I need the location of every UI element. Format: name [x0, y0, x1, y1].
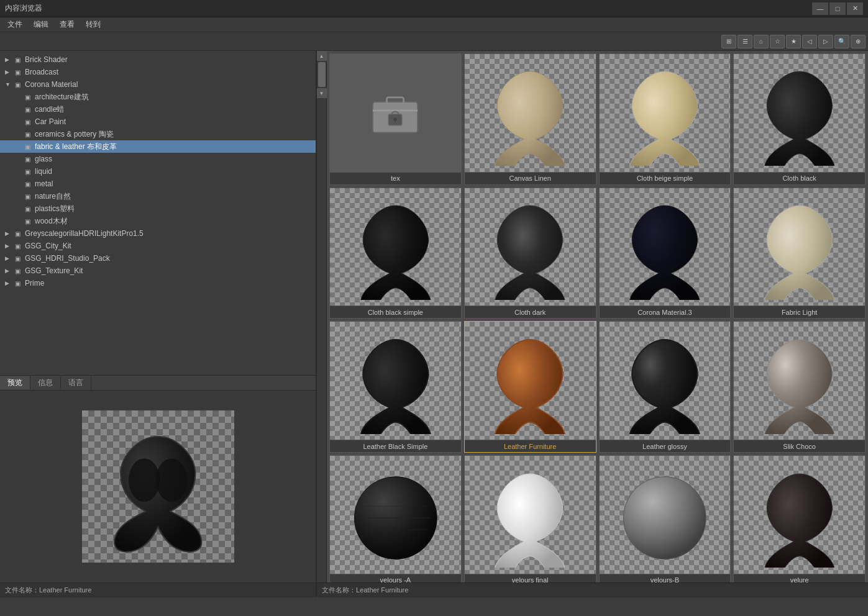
- grid-cell-velours-a[interactable]: velours -A: [329, 455, 462, 582]
- scroll-thumb[interactable]: [318, 62, 326, 87]
- tree-label-plastics: plastics塑料: [35, 204, 316, 214]
- label-velours-a: velours -A: [330, 574, 461, 582]
- scroll-up-btn[interactable]: ▲: [317, 51, 327, 61]
- tree-item-wood[interactable]: ▣ wood木材: [0, 215, 316, 227]
- mat-icon-gsg-hdri: ▣: [12, 229, 22, 238]
- tree-item-corona[interactable]: ▼ ▣ Corona Material: [0, 78, 316, 91]
- menu-file[interactable]: 文件: [2, 18, 27, 31]
- label-velure: velure: [734, 574, 865, 582]
- close-button[interactable]: ✕: [847, 2, 863, 15]
- grid-cell-leather-furn[interactable]: Leather Furniture: [464, 321, 596, 453]
- thumb-velure: [734, 456, 865, 574]
- grid-cell-corona-mat3[interactable]: Corona Material.3: [599, 188, 731, 319]
- tree-item-gsg-studio[interactable]: ▶ ▣ GSG_HDRI_Studio_Pack: [0, 252, 316, 265]
- tree-label-ceramics: ceramics & pottery 陶瓷: [35, 129, 316, 140]
- tree-item-plastics[interactable]: ▣ plastics塑料: [0, 202, 316, 215]
- tree-item-glass[interactable]: ▣ glass: [0, 153, 316, 165]
- grid-cell-cloth-dark[interactable]: Cloth dark: [464, 188, 596, 319]
- tree-item-arch[interactable]: ▣ architecture建筑: [0, 91, 316, 103]
- tree-label-brick: Brick Shader: [25, 55, 316, 64]
- tab-language[interactable]: 语言: [61, 376, 91, 389]
- checker-slik-choco: [734, 322, 865, 440]
- tree-item-prime[interactable]: ▶ ▣ Prime: [0, 277, 316, 289]
- grid-cell-leather-glossy[interactable]: Leather glossy: [599, 321, 731, 453]
- grid-cell-leather-black[interactable]: Leather Black Simple: [329, 321, 462, 453]
- tree-item-metal[interactable]: ▣ metal: [0, 178, 316, 190]
- checker-leather-black: [330, 322, 461, 440]
- menu-edit[interactable]: 编辑: [29, 18, 53, 31]
- tree-label-carpaint: Car Paint: [35, 117, 316, 126]
- grid-cell-tex[interactable]: tex: [329, 53, 462, 185]
- thumb-slik-choco: [734, 322, 865, 440]
- toolbar-star-btn[interactable]: ☆: [770, 35, 785, 48]
- toolbar-list-btn[interactable]: ☰: [738, 35, 752, 48]
- thumb-cloth-black-simple: [330, 188, 461, 306]
- toolbar-grid-btn[interactable]: ⊞: [721, 35, 736, 48]
- menu-goto[interactable]: 转到: [81, 18, 106, 31]
- label-leather-glossy: Leather glossy: [600, 440, 731, 452]
- toolbar-back-btn[interactable]: ◁: [802, 35, 817, 48]
- tree-item-liquid[interactable]: ▣ liquid: [0, 165, 316, 178]
- mat-icon-ceramics: ▣: [22, 129, 32, 139]
- label-leather-furn: Leather Furniture: [465, 440, 596, 452]
- thumb-cloth-dark: [465, 188, 596, 306]
- toolbar-fwd-btn[interactable]: ▷: [818, 35, 833, 48]
- thumb-fabric-light: [734, 188, 865, 306]
- right-status-bar: 文件名称：Leather Furniture: [317, 582, 868, 597]
- briefcase-svg: [367, 85, 423, 141]
- mat-icon-broadcast: ▣: [12, 67, 22, 77]
- bottom-tabs: 预览 信息 语言: [0, 375, 316, 390]
- grid-cell-velure[interactable]: velure: [733, 455, 866, 582]
- tree-item-gsg-city[interactable]: ▶ ▣ GSG_City_Kit: [0, 240, 316, 252]
- tree-item-broadcast[interactable]: ▶ ▣ Broadcast: [0, 66, 316, 78]
- grid-cell-cloth-black[interactable]: Cloth black: [733, 53, 866, 185]
- label-velours-final: velours final: [465, 574, 596, 582]
- thumb-velours-a: [330, 456, 461, 574]
- checker-velours-a: [330, 456, 461, 574]
- mat-icon-nature: ▣: [22, 191, 32, 201]
- grid-cell-cloth-beige[interactable]: Cloth beige simple: [599, 53, 731, 185]
- grid-area: tex: [327, 51, 868, 582]
- grid-row-2: Cloth black simple: [329, 188, 866, 319]
- right-scroll-container: ▲ ▼: [317, 51, 868, 582]
- knot-velure-svg: [741, 462, 859, 568]
- scroll-down-btn[interactable]: ▼: [317, 88, 327, 98]
- checker-velours-b: [600, 456, 731, 574]
- tree-item-ceramics[interactable]: ▣ ceramics & pottery 陶瓷: [0, 128, 316, 140]
- right-status-label: 文件名称：Leather Furniture: [322, 586, 408, 595]
- menu-view[interactable]: 查看: [55, 18, 80, 31]
- grid-cell-slik-choco[interactable]: Slik Choco: [733, 321, 866, 453]
- grid-cell-velours-final[interactable]: velours final: [464, 455, 596, 582]
- grid-cell-canvas[interactable]: Canvas Linen: [464, 53, 596, 185]
- toolbar-search-btn[interactable]: 🔍: [834, 35, 849, 48]
- tree-arrow-gsg-studio: ▶: [5, 255, 12, 261]
- tree-item-candle[interactable]: ▣ candle蜡: [0, 103, 316, 116]
- toolbar-plus-btn[interactable]: ⊕: [851, 35, 866, 48]
- toolbar-star2-btn[interactable]: ★: [786, 35, 801, 48]
- left-panel: ▶ ▣ Brick Shader ▶ ▣ Broadcast ▼ ▣ Coron…: [0, 51, 317, 597]
- knot-slik-choco-svg: [741, 328, 859, 434]
- grid-cell-cloth-black-simple[interactable]: Cloth black simple: [329, 188, 462, 319]
- grid-cell-velours-b[interactable]: velours-B: [599, 455, 731, 582]
- maximize-button[interactable]: □: [829, 2, 846, 15]
- checker-leather-glossy: [600, 322, 731, 440]
- tree-item-gsg-hdri[interactable]: ▶ ▣ GreyscalegorillaHDRILightKitPro1.5: [0, 227, 316, 240]
- preview-area: [0, 390, 316, 582]
- tab-preview[interactable]: 预览: [0, 376, 30, 389]
- tree-item-brick[interactable]: ▶ ▣ Brick Shader: [0, 53, 316, 66]
- tree-item-nature[interactable]: ▣ nature自然: [0, 190, 316, 202]
- tree-item-fabric[interactable]: ▣ fabric & leather 布和皮革: [0, 140, 316, 153]
- toolbar-home-btn[interactable]: ⌂: [754, 35, 769, 48]
- label-canvas: Canvas Linen: [465, 172, 596, 184]
- checker-velours-final: [465, 456, 596, 574]
- tree-item-gsg-tex[interactable]: ▶ ▣ GSG_Texture_Kit: [0, 265, 316, 277]
- thumb-velours-final: [465, 456, 596, 574]
- minimize-button[interactable]: —: [812, 2, 828, 15]
- tab-info[interactable]: 信息: [30, 376, 61, 389]
- tree-item-carpaint[interactable]: ▣ Car Paint: [0, 116, 316, 128]
- checker-cloth-black-simple: [330, 188, 461, 306]
- grid-cell-fabric-light[interactable]: Fabric Light: [733, 188, 866, 319]
- checker-velure: [734, 456, 865, 574]
- thumb-leather-furn: [465, 322, 596, 440]
- mat-icon-liquid: ▣: [22, 166, 32, 176]
